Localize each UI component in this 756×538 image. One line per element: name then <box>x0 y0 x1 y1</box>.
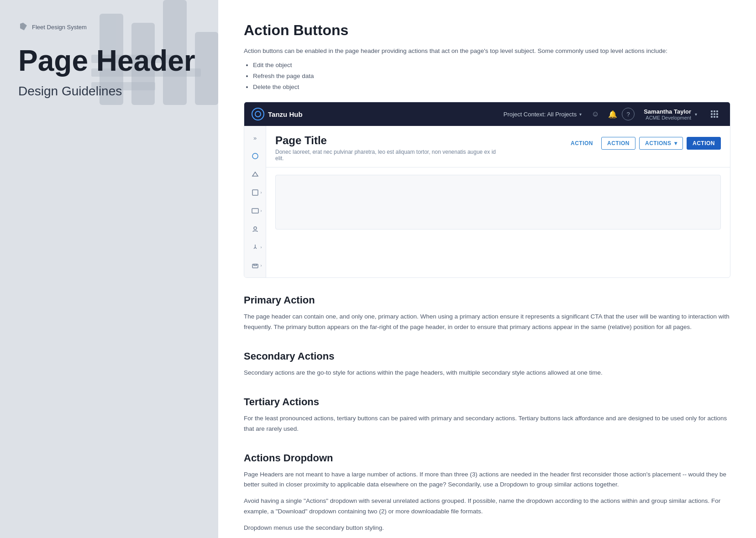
svg-rect-14 <box>254 264 257 266</box>
svg-rect-4 <box>714 113 715 115</box>
fleet-logo-icon <box>18 22 28 32</box>
main-title: Page Header <box>18 45 200 77</box>
app-logo-text: Tanzu Hub <box>268 110 303 118</box>
sub-title: Design Guidelines <box>18 84 200 99</box>
sidebar-chevron-4: › <box>261 209 262 213</box>
emoji-icon-button[interactable]: ☺ <box>587 106 604 122</box>
list-item-2: Refresh the page data <box>253 71 730 82</box>
tertiary-actions-title: Tertiary Actions <box>244 396 730 408</box>
tertiary-actions-text: For the least pronounced actions, tertia… <box>244 413 730 434</box>
app-logo-icon <box>252 108 264 120</box>
svg-rect-10 <box>252 190 258 195</box>
sidebar-nav-icon-2[interactable] <box>247 166 263 183</box>
page-title-text: Page Title <box>275 134 504 147</box>
demo-app-frame: Tanzu Hub Project Context: All Projects … <box>244 102 730 278</box>
demo-content-area <box>266 167 730 237</box>
svg-point-12 <box>254 227 257 230</box>
dropdown-action-button[interactable]: ACTIONS ▾ <box>639 137 683 150</box>
sidebar-nav-icon-4[interactable]: › <box>247 203 263 219</box>
svg-rect-11 <box>252 209 258 213</box>
app-header-bar: Tanzu Hub Project Context: All Projects … <box>244 102 730 126</box>
demo-body: » › <box>244 126 730 277</box>
svg-rect-7 <box>714 116 715 118</box>
sidebar-nav-icon-1[interactable] <box>247 148 263 164</box>
user-info: Samantha Taylor ACME Development <box>644 108 691 120</box>
svg-rect-0 <box>711 110 713 112</box>
sidebar-nav-icon-3[interactable]: › <box>247 184 263 201</box>
list-item-1: Edit the object <box>253 60 730 71</box>
bell-icon-button[interactable]: 🔔 <box>604 106 621 122</box>
secondary-actions-text: Secondary actions are the go-to style fo… <box>244 368 730 378</box>
primary-action-text: The page header can contain one, and onl… <box>244 312 730 332</box>
page-subtitle: Donec laoreet, erat nec pulvinar pharetr… <box>275 149 504 162</box>
primary-action-button[interactable]: ACTION <box>687 137 721 150</box>
tertiary-actions-section: Tertiary Actions For the least pronounce… <box>244 396 730 434</box>
user-chevron-icon: ▾ <box>695 112 697 117</box>
actions-dropdown-text2: Avoid having a single "Actions" dropdown… <box>244 496 730 517</box>
actions-dropdown-text3: Dropdown menus use the secondary button … <box>244 523 730 533</box>
logo-text: Fleet Design System <box>32 24 87 31</box>
project-context-label: Project Context: All Projects <box>504 111 577 118</box>
tertiary-action-button[interactable]: ACTION <box>566 137 598 149</box>
action-buttons-title: Action Buttons <box>244 22 730 39</box>
svg-rect-5 <box>716 113 718 115</box>
actions-dropdown-section: Actions Dropdown Page Headers are not me… <box>244 452 730 533</box>
svg-rect-8 <box>716 116 718 118</box>
action-buttons-desc: Action buttons can be enabled in the pag… <box>244 46 730 56</box>
svg-rect-13 <box>252 264 258 268</box>
actions-dropdown-title: Actions Dropdown <box>244 452 730 464</box>
demo-main-area: Page Title Donec laoreet, erat nec pulvi… <box>266 126 730 277</box>
project-chevron-icon: ▾ <box>579 112 582 117</box>
action-buttons-list: Edit the object Refresh the page data De… <box>253 60 730 93</box>
demo-sidebar: » › <box>244 126 266 277</box>
header-icons-group: ☺ 🔔 ? <box>587 106 635 122</box>
sidebar-nav-icon-5[interactable] <box>247 221 263 237</box>
dropdown-label: ACTIONS <box>645 140 672 146</box>
secondary-actions-title: Secondary Actions <box>244 350 730 362</box>
svg-rect-6 <box>711 116 713 118</box>
svg-point-9 <box>252 153 258 159</box>
content-placeholder <box>275 175 721 230</box>
page-title-area: Page Title Donec laoreet, erat nec pulvi… <box>275 134 504 162</box>
user-name: Samantha Taylor <box>644 108 691 115</box>
page-actions-group: ACTION ACTION ACTIONS ▾ ACTION <box>566 137 721 150</box>
sidebar-chevron-7: › <box>261 263 262 268</box>
secondary-actions-section: Secondary Actions Secondary actions are … <box>244 350 730 378</box>
dropdown-chevron-icon: ▾ <box>674 140 677 146</box>
sidebar-chevron-6: › <box>261 245 262 250</box>
svg-rect-1 <box>714 110 715 112</box>
project-context-selector[interactable]: Project Context: All Projects ▾ <box>504 111 582 118</box>
apps-grid-button[interactable] <box>706 106 723 122</box>
svg-rect-3 <box>711 113 713 115</box>
sidebar-nav-icon-6[interactable]: › <box>247 239 263 256</box>
right-panel: Action Buttons Action buttons can be ena… <box>218 0 756 538</box>
sidebar-expand-icon[interactable]: » <box>247 130 263 146</box>
demo-page-header: Page Title Donec laoreet, erat nec pulvi… <box>266 126 730 167</box>
help-icon-button[interactable]: ? <box>622 108 635 120</box>
primary-action-section: Primary Action The page header can conta… <box>244 294 730 332</box>
svg-rect-2 <box>716 110 718 112</box>
primary-action-title: Primary Action <box>244 294 730 306</box>
secondary-action-button[interactable]: ACTION <box>601 137 635 150</box>
app-logo-inner <box>255 111 261 117</box>
actions-dropdown-text1: Page Headers are not meant to have a lar… <box>244 470 730 490</box>
sidebar-nav-icon-7[interactable]: › <box>247 257 263 274</box>
logo-area: Fleet Design System <box>18 22 200 32</box>
user-org: ACME Development <box>644 115 691 120</box>
sidebar-chevron-3: › <box>261 190 262 195</box>
left-panel: Fleet Design System Page Header Design G… <box>0 0 218 538</box>
list-item-3: Delete the object <box>253 82 730 93</box>
user-section[interactable]: Samantha Taylor ACME Development ▾ <box>640 106 701 122</box>
app-logo: Tanzu Hub <box>252 108 303 120</box>
